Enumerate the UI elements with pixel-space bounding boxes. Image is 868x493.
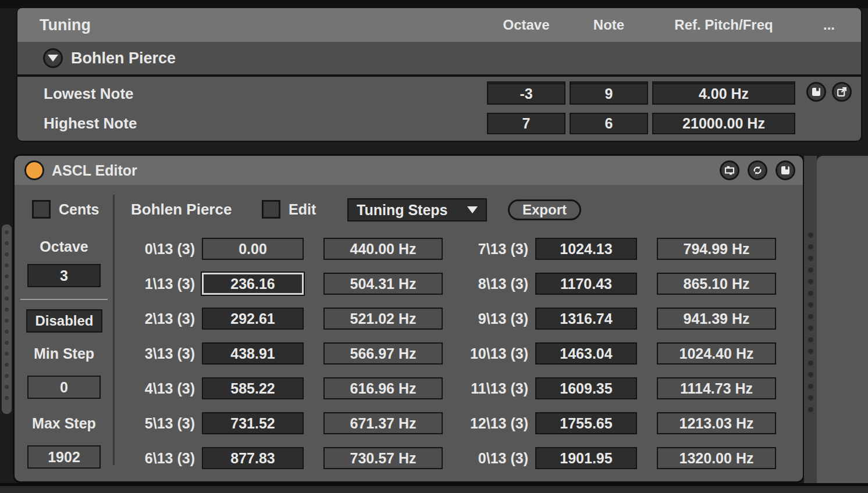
tuning-step-row: 9\13 (3) 1316.74 941.39 Hz <box>450 301 776 336</box>
lowest-freq-input[interactable]: 4.00 Hz <box>652 83 795 105</box>
tuning-step-row: 10\13 (3) 1463.04 1024.40 Hz <box>450 336 776 371</box>
highest-freq-input[interactable]: 21000.00 Hz <box>652 113 795 134</box>
steps-column-right: 7\13 (3) 1024.13 794.99 Hz 8\13 (3) 1170… <box>450 231 776 476</box>
tuning-device-row: Bohlen Pierce 3 0 440.00 Hz <box>17 42 861 74</box>
export-button[interactable]: Export <box>508 199 581 220</box>
step-cents-input[interactable]: 731.52 <box>202 412 304 434</box>
max-step-value[interactable]: 1902 <box>27 445 101 469</box>
sync-button[interactable] <box>748 160 767 180</box>
cents-checkbox[interactable] <box>32 200 51 219</box>
floppy-disk-icon <box>780 165 791 176</box>
drag-dot <box>808 395 813 401</box>
step-cents-input[interactable]: 438.91 <box>202 342 304 365</box>
step-ratio-label: 6\13 (3) <box>116 450 195 467</box>
octave-value-input[interactable]: 3 <box>27 264 101 287</box>
view-mode-dropdown[interactable]: Tuning Steps <box>347 198 487 222</box>
tuning-step-row: 12\13 (3) 1755.65 1213.03 Hz <box>450 406 776 441</box>
step-cents-input[interactable]: 1463.04 <box>535 342 637 365</box>
drag-dot <box>5 241 9 245</box>
step-ratio-label: 4\13 (3) <box>116 380 195 397</box>
cents-checkbox-label: Cents <box>59 198 99 221</box>
lowest-note-label: Lowest Note <box>44 83 134 105</box>
next-device-panel-edge <box>817 156 868 483</box>
highest-note-input[interactable]: 6 <box>570 113 648 134</box>
floppy-disk-icon <box>810 86 822 98</box>
drag-dot <box>808 302 813 308</box>
drag-dot <box>5 296 9 301</box>
drag-dot <box>5 285 9 290</box>
step-cents-input[interactable]: 877.83 <box>202 447 304 469</box>
step-cents-input[interactable]: 0.00 <box>202 238 304 260</box>
step-freq-display: 566.97 Hz <box>323 342 443 365</box>
drag-dot <box>5 330 9 334</box>
open-external-button[interactable] <box>832 82 852 102</box>
step-ratio-label: 9\13 (3) <box>450 310 528 327</box>
step-cents-input[interactable]: 236.16 <box>202 273 304 295</box>
min-step-value[interactable]: 0 <box>27 376 101 399</box>
top-window-strip <box>0 0 868 8</box>
left-drag-handle-dots[interactable] <box>2 224 12 414</box>
drag-dot <box>808 256 813 261</box>
step-ratio-label: 10\13 (3) <box>450 345 528 362</box>
step-freq-display: 1213.03 Hz <box>657 412 776 434</box>
panel-title-tuning: Tuning <box>40 8 91 42</box>
tuning-step-row: 4\13 (3) 585.22 616.96 Hz <box>116 371 443 406</box>
tuning-step-row: 11\13 (3) 1609.35 1114.73 Hz <box>450 371 776 406</box>
drag-dot <box>808 244 813 249</box>
drag-dot <box>5 263 9 267</box>
tuning-step-row: 2\13 (3) 292.61 521.02 Hz <box>116 301 443 336</box>
step-freq-display: 1320.00 Hz <box>657 447 776 469</box>
drag-dot <box>808 360 813 366</box>
tuning-header-bar: Tuning Octave Note Ref. Pitch/Freq ... <box>17 8 861 42</box>
ascl-editor-panel: ASCL Editor <box>15 156 803 481</box>
drag-dot <box>5 308 9 312</box>
drag-dot <box>5 341 9 345</box>
drag-dot <box>5 319 9 323</box>
fold-frame-button[interactable] <box>720 160 739 180</box>
edit-checkbox[interactable] <box>262 200 280 219</box>
tuning-panel-divider <box>17 74 861 77</box>
step-freq-display: 1024.40 Hz <box>657 342 776 365</box>
save-tuning-button[interactable] <box>806 82 826 102</box>
steps-column-left: 0\13 (3) 0.00 440.00 Hz 1\13 (3) 236.16 … <box>116 231 443 476</box>
tuning-panel: Tuning Octave Note Ref. Pitch/Freq ... B… <box>17 8 861 141</box>
disabled-mode-button[interactable]: Disabled <box>26 309 102 333</box>
right-drag-handle-dots[interactable] <box>804 156 817 483</box>
step-freq-display: 671.37 Hz <box>323 412 443 434</box>
drag-dot <box>808 279 813 284</box>
drag-dot <box>808 233 813 238</box>
sidebar-grid-divider <box>113 195 115 465</box>
save-scale-button[interactable] <box>775 160 795 180</box>
highest-octave-input[interactable]: 7 <box>487 113 565 134</box>
step-ratio-label: 12\13 (3) <box>450 415 528 432</box>
step-cents-input[interactable]: 1609.35 <box>535 377 637 399</box>
max-step-label: Max Step <box>20 413 108 434</box>
step-cents-input[interactable]: 292.61 <box>202 308 304 330</box>
lowest-octave-input[interactable]: -3 <box>487 83 565 105</box>
device-fold-button[interactable] <box>43 48 63 68</box>
step-cents-input[interactable]: 1316.74 <box>535 308 637 330</box>
lowest-note-input[interactable]: 9 <box>570 83 648 105</box>
tuning-step-row: 5\13 (3) 731.52 671.37 Hz <box>116 406 443 441</box>
column-header-ref-pitch-freq: Ref. Pitch/Freq <box>652 8 795 42</box>
step-cents-input[interactable]: 1901.95 <box>535 447 637 469</box>
drag-dot <box>5 252 9 256</box>
drag-dot <box>5 385 9 389</box>
step-ratio-label: 2\13 (3) <box>116 310 195 327</box>
column-header-note: Note <box>570 8 648 42</box>
step-cents-input[interactable]: 1755.65 <box>535 412 637 434</box>
step-freq-display: 1114.73 Hz <box>657 377 776 399</box>
drag-dot <box>808 326 813 331</box>
drag-dot <box>808 372 813 377</box>
step-cents-input[interactable]: 1024.13 <box>535 238 637 260</box>
drag-dot <box>5 274 9 278</box>
column-header-more: ... <box>806 8 852 42</box>
step-cents-input[interactable]: 1170.43 <box>535 273 637 295</box>
step-ratio-label: 11\13 (3) <box>450 380 528 397</box>
step-cents-input[interactable]: 585.22 <box>202 377 304 399</box>
tuning-step-row: 7\13 (3) 1024.13 794.99 Hz <box>450 231 776 266</box>
device-power-led[interactable] <box>24 160 44 180</box>
step-ratio-label: 0\13 (3) <box>450 450 528 467</box>
view-mode-dropdown-value: Tuning Steps <box>357 202 467 219</box>
drag-dot <box>808 314 813 319</box>
